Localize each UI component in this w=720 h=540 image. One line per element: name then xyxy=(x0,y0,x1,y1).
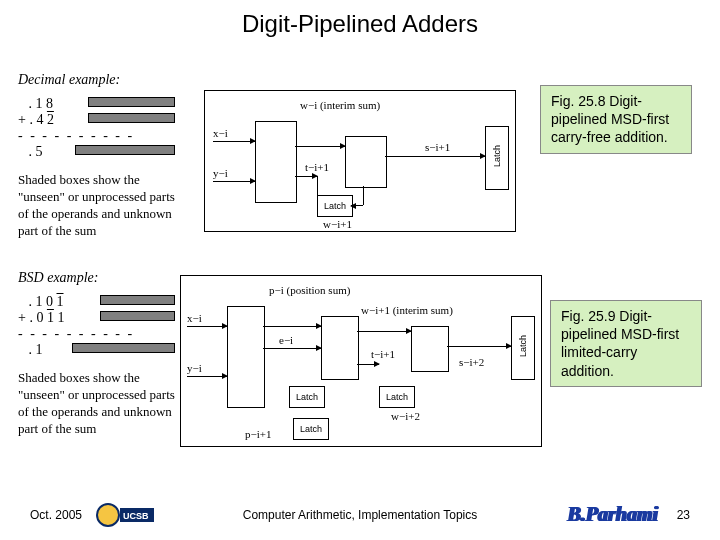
caption-2: Fig. 25.9 Digit-pipelined MSD-first limi… xyxy=(550,300,702,387)
d1-t-label: t−i+1 xyxy=(305,161,329,173)
d2-latch2: Latch xyxy=(379,386,415,408)
d1-out-latch: Latch xyxy=(485,126,509,190)
d2-p-arrow xyxy=(263,326,321,327)
footer-author: B.Parhami xyxy=(567,503,658,526)
d1-s-label: s−i+1 xyxy=(425,141,450,153)
d2-stage3 xyxy=(411,326,449,372)
decimal-label: Decimal example: xyxy=(18,72,120,88)
dec-shade-2 xyxy=(88,113,175,123)
bsd-dash: - - - - - - - - - - xyxy=(18,326,134,342)
d1-y-arrow xyxy=(213,181,255,182)
d1-w-top: w−i (interim sum) xyxy=(300,99,380,111)
dec-dash: - - - - - - - - - - xyxy=(18,128,134,144)
d2-p-top: p−i (position sum) xyxy=(269,284,350,296)
d2-e-label: e−i xyxy=(279,334,293,346)
footer-page: 23 xyxy=(677,508,690,522)
caption-1: Fig. 25.8 Digit-pipelined MSD-first carr… xyxy=(540,85,692,154)
diagram-2: Latch Latch Latch Latch x−i y−i p−i (pos… xyxy=(180,275,542,447)
d2-stage2 xyxy=(321,316,359,380)
d1-out-latch-label: Latch xyxy=(492,145,502,167)
d2-e-arrow xyxy=(263,348,321,349)
d1-t-down xyxy=(317,176,318,195)
d1-wbot-arrow xyxy=(351,205,363,206)
d1-stage2 xyxy=(345,136,387,188)
d2-wbot: w−i+2 xyxy=(391,410,420,422)
d2-t-label: t−i+1 xyxy=(371,348,395,360)
d2-y-arrow xyxy=(187,376,227,377)
d2-pbot: p−i+1 xyxy=(245,428,271,440)
d1-stage1 xyxy=(255,121,297,203)
d2-x-arrow xyxy=(187,326,227,327)
d2-out-latch-label: Latch xyxy=(518,335,528,357)
d1-wbot: w−i+1 xyxy=(323,218,352,230)
d1-wbot-down xyxy=(363,186,364,205)
d2-w-arrow xyxy=(357,331,411,332)
bsd-label: BSD example: xyxy=(18,270,98,286)
d2-t-arrow xyxy=(357,364,379,365)
d2-y-label: y−i xyxy=(187,362,202,374)
diagram-1: Latch Latch x−i y−i w−i (interim sum) t−… xyxy=(204,90,516,232)
d2-w-label: w−i+1 (interim sum) xyxy=(361,304,453,316)
bsd-shade-1 xyxy=(100,295,175,305)
d1-latch: Latch xyxy=(317,195,353,217)
d2-s-arrow xyxy=(447,346,511,347)
bsd-shade-2 xyxy=(100,311,175,321)
d1-y-label: y−i xyxy=(213,167,228,179)
d1-s-arrow xyxy=(385,156,485,157)
page-title: Digit-Pipelined Adders xyxy=(0,10,720,38)
d2-latch3: Latch xyxy=(293,418,329,440)
dec-shade-1 xyxy=(88,97,175,107)
d1-t-arrow xyxy=(295,176,317,177)
dec-shade-3 xyxy=(75,145,175,155)
bsd-shade-3 xyxy=(72,343,175,353)
d2-latch1: Latch xyxy=(289,386,325,408)
d1-x-arrow xyxy=(213,141,255,142)
d1-w-arrow xyxy=(295,146,345,147)
d2-s-label: s−i+2 xyxy=(459,356,484,368)
d2-out-latch: Latch xyxy=(511,316,535,380)
bsd-desc: Shaded boxes show the "unseen" or unproc… xyxy=(18,370,188,438)
decimal-desc: Shaded boxes show the "unseen" or unproc… xyxy=(18,172,188,240)
d2-x-label: x−i xyxy=(187,312,202,324)
d1-x-label: x−i xyxy=(213,127,228,139)
d2-stage1 xyxy=(227,306,265,408)
